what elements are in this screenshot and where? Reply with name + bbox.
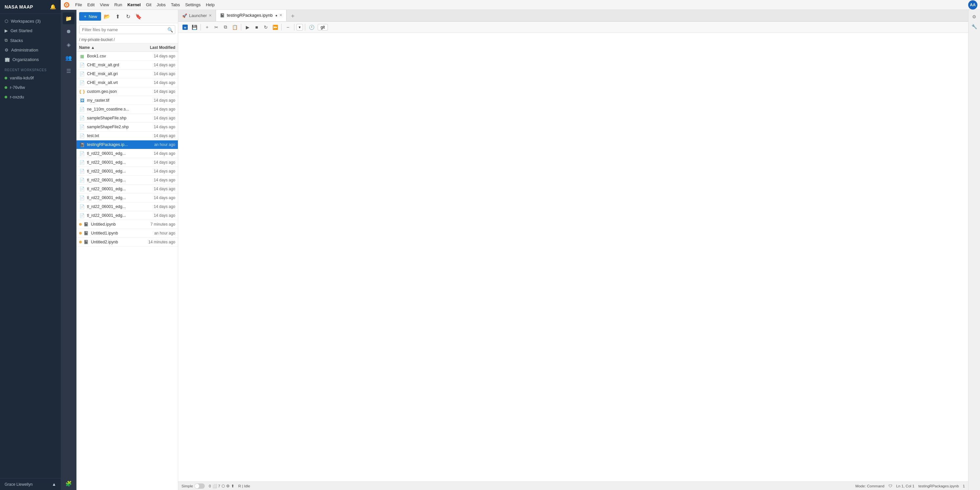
file-name: Untitled.ipynb <box>91 222 139 227</box>
recent-workspace-vanilla[interactable]: vanilla-kdu9f <box>0 73 61 82</box>
add-cell-btn[interactable]: ＋ <box>203 23 212 32</box>
icon-sidebar: 📁 ⏺ ◈ 👥 ☰ 🧩 <box>61 10 76 490</box>
ipynb-untitled1-icon: 📓 <box>83 230 89 236</box>
ipynb-file-icon-selected: 📓 <box>79 142 85 147</box>
stop-btn[interactable]: ■ <box>252 23 261 32</box>
menu-kernel[interactable]: Kernel <box>125 2 143 8</box>
upload-status-icon[interactable]: ⬆ <box>231 484 234 488</box>
file-modified: 14 days ago <box>139 116 175 121</box>
table-row[interactable]: ❴❵ custom.geo.json 14 days ago <box>76 87 178 96</box>
minus-btn[interactable]: − <box>283 23 292 32</box>
table-row[interactable]: 📄 tl_rd22_06001_edg... 14 days ago <box>76 176 178 185</box>
right-settings-icon[interactable]: ⚙ <box>970 13 979 21</box>
refresh-button[interactable]: ↻ <box>123 12 133 21</box>
chevron-up-icon[interactable]: ▲ <box>52 482 56 487</box>
table-row[interactable]: 📓 Untitled1.ipynb an hour ago <box>76 229 178 238</box>
right-wrench-icon[interactable]: 🔧 <box>970 22 979 31</box>
sidebar-item-workspaces[interactable]: ⬡ Workspaces (3) <box>0 16 61 26</box>
right-panel: ⚙ 🔧 <box>968 10 980 490</box>
maap-logo-btn[interactable]: M <box>181 23 189 32</box>
search-input[interactable] <box>80 25 165 34</box>
menu-help[interactable]: Help <box>203 2 217 8</box>
menu-edit[interactable]: Edit <box>85 2 97 8</box>
gear-icon[interactable]: ⚙ <box>226 484 230 488</box>
new-folder-button[interactable]: 📂 <box>102 12 111 21</box>
upload-button[interactable]: ⬆ <box>113 12 122 21</box>
menu-jobs[interactable]: Jobs <box>154 2 168 8</box>
organizations-icon: 🏢 <box>5 57 10 62</box>
cut-btn[interactable]: ✂ <box>212 23 221 32</box>
table-row[interactable]: 📄 CHE_msk_alt.grd 14 days ago <box>76 61 178 70</box>
table-row[interactable]: 📓 Untitled2.ipynb 14 minutes ago <box>76 238 178 247</box>
table-row[interactable]: 📄 test.txt 14 days ago <box>76 132 178 140</box>
sidebar-item-get-started[interactable]: ▶ Get Started <box>0 26 61 35</box>
new-button[interactable]: ＋ New <box>79 12 101 21</box>
file-name: Untitled2.ipynb <box>91 240 139 244</box>
app-title: NASA MAAP <box>5 4 33 10</box>
table-row[interactable]: 📄 tl_rd22_06001_edg... 14 days ago <box>76 167 178 176</box>
paste-btn[interactable]: 📋 <box>231 23 239 32</box>
tab-launcher-close[interactable]: ✕ <box>209 13 212 18</box>
git-sidebar-icon-btn[interactable]: ◈ <box>63 39 75 51</box>
table-row[interactable]: 📄 tl_rd22_06001_edg... 14 days ago <box>76 211 178 220</box>
add-tab-button[interactable]: ＋ <box>286 12 299 20</box>
table-row[interactable]: 📄 CHE_msk_alt.gri 14 days ago <box>76 70 178 78</box>
fast-forward-btn[interactable]: ⏩ <box>271 23 279 32</box>
recent-workspace-roxzdu[interactable]: r-oxzdu <box>0 92 61 101</box>
menu-git[interactable]: Git <box>143 2 154 8</box>
file-modified: 14 days ago <box>139 63 175 67</box>
simple-mode-toggle[interactable]: Simple <box>181 484 205 489</box>
clock-btn[interactable]: 🕐 <box>307 23 316 32</box>
extensions-icon-btn[interactable]: 🧩 <box>63 477 75 489</box>
running-icon-btn[interactable]: ⏺ <box>63 25 75 37</box>
cell-type-dropdown[interactable]: ▾ <box>296 24 303 30</box>
table-row[interactable]: 📄 sampleShapeFile.shp 14 days ago <box>76 114 178 123</box>
users-icon-btn[interactable]: 👥 <box>63 52 75 63</box>
toggle-track[interactable] <box>194 484 205 489</box>
table-row[interactable]: 📄 ne_110m_coastline.s... 14 days ago <box>76 105 178 114</box>
table-row[interactable]: 📄 tl_rd22_06001_edg... 14 days ago <box>76 185 178 193</box>
menu-file[interactable]: File <box>73 2 85 8</box>
tab-launcher[interactable]: 🚀 Launcher ✕ <box>178 10 216 21</box>
menu-settings[interactable]: Settings <box>183 2 203 8</box>
txt-file-icon: 📄 <box>79 133 85 139</box>
table-row[interactable]: 📄 sampleShapeFile2.shp 14 days ago <box>76 123 178 132</box>
notebook-area: 🚀 Launcher ✕ 📓 testingRPackages.ipynb ● … <box>178 10 968 490</box>
table-row[interactable]: 📄 tl_rd22_06001_edg... 14 days ago <box>76 158 178 167</box>
cell-count-item: 0 ⬜ 7 ⬡ ⚙ ⬆ <box>209 484 234 488</box>
recent-workspace-r76v8w[interactable]: r-76v8w <box>0 82 61 92</box>
sidebar-item-organizations[interactable]: 🏢 Organizations <box>0 55 61 64</box>
sidebar-item-administration[interactable]: ⚙ Administration <box>0 45 61 55</box>
tab-testingRPackages[interactable]: 📓 testingRPackages.ipynb ● ✕ <box>216 10 286 21</box>
kernel-status-item: R | Idle <box>238 484 250 488</box>
table-row[interactable]: 📄 tl_rd22_06001_edg... 14 days ago <box>76 149 178 158</box>
restart-btn[interactable]: ↻ <box>262 23 270 32</box>
menu-run[interactable]: Run <box>111 2 125 8</box>
file-name: sampleShapeFile2.shp <box>87 125 139 129</box>
list-icon-btn[interactable]: ☰ <box>63 65 75 77</box>
git-toolbar-btn[interactable]: git <box>318 24 328 30</box>
app-header: NASA MAAP 🔔 <box>0 0 61 14</box>
files-icon-btn[interactable]: 📁 <box>63 13 75 24</box>
table-row[interactable]: 📓 Untitled.ipynb 7 minutes ago <box>76 220 178 229</box>
menu-tabs[interactable]: Tabs <box>169 2 183 8</box>
file-name: tl_rd22_06001_edg... <box>87 205 139 209</box>
table-row[interactable]: 📄 tl_rd22_06001_edg... 14 days ago <box>76 193 178 202</box>
bell-icon[interactable]: 🔔 <box>50 4 56 10</box>
copy-btn[interactable]: ⧉ <box>221 23 230 32</box>
table-row[interactable]: ▦ Book1.csv 14 days ago <box>76 52 178 61</box>
file-modified: 7 minutes ago <box>139 222 175 227</box>
filter-button[interactable]: 🔖 <box>134 12 143 21</box>
run-btn[interactable]: ▶ <box>243 23 252 32</box>
tab-notebook-close[interactable]: ✕ <box>279 13 282 17</box>
sidebar-item-stacks[interactable]: ⧉ Stacks <box>0 35 61 45</box>
column-name-header[interactable]: Name ▲ <box>79 45 136 50</box>
column-modified-header[interactable]: Last Modified <box>136 45 175 50</box>
table-row-selected[interactable]: 📓 testingRPackages.ip... an hour ago <box>76 140 178 149</box>
save-btn[interactable]: 💾 <box>190 23 199 32</box>
table-row[interactable]: 📄 tl_rd22_06001_edg... 14 days ago <box>76 202 178 211</box>
table-row[interactable]: 🖼 my_raster.tif 14 days ago <box>76 96 178 105</box>
menu-view[interactable]: View <box>97 2 111 8</box>
user-avatar[interactable]: AA <box>968 0 977 10</box>
table-row[interactable]: 📄 CHE_msk_alt.vrt 14 days ago <box>76 78 178 87</box>
